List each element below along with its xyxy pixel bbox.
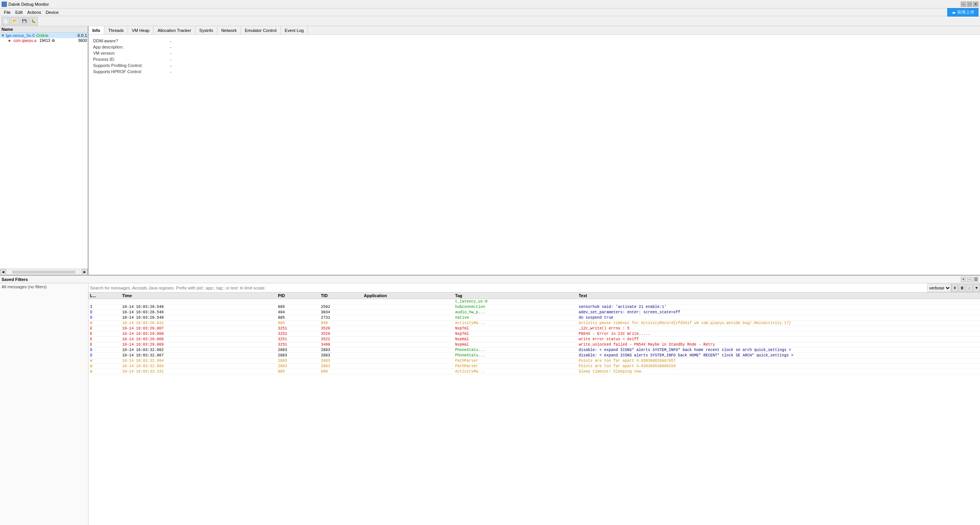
tab-emulator-control[interactable]: Emulator Control: [241, 26, 281, 34]
cell-text: _i2c_write() errno : 5: [577, 326, 980, 331]
toolbar-open-btn[interactable]: 📂: [11, 17, 19, 25]
cell-text: Points are too far apart 4.0303608289670…: [577, 358, 980, 364]
cell-level: D: [88, 353, 120, 358]
remove-filter-btn[interactable]: -: [967, 277, 972, 282]
cell-tid: 3520: [319, 326, 362, 331]
toolbar-debug-btn[interactable]: 🐛: [29, 17, 38, 25]
col-app: Application: [362, 293, 454, 299]
table-row: E10-14 16:03:29.00732513520NxpTml_i2c_wr…: [88, 326, 980, 331]
toolbar: 📄 📂 💾 🐛: [0, 16, 980, 26]
cell-level: W: [88, 358, 120, 364]
log-filter-btn[interactable]: ▼: [973, 284, 980, 292]
log-scroll-btn[interactable]: ↓: [966, 284, 973, 292]
right-panel: Info Threads VM Heap Allocation Tracker …: [88, 26, 980, 275]
cell-time: 10-14 16:03:32.994: [120, 358, 276, 364]
search-input[interactable]: [88, 284, 927, 292]
tab-threads[interactable]: Threads: [104, 26, 128, 34]
cell-app: [362, 304, 454, 310]
cell-level: D: [88, 315, 120, 321]
log-pause-btn[interactable]: ⏸: [951, 284, 958, 292]
cell-tag: NxpHal: [454, 337, 577, 342]
tab-network[interactable]: Network: [217, 26, 241, 34]
cell-text: write_unlocked failed - PN54X Maybe in S…: [577, 342, 980, 348]
menu-actions[interactable]: Actions: [25, 9, 43, 15]
info-row-ddm: DDM-aware? -: [93, 38, 975, 44]
cell-text: Activity pause timeout for ActivityRecor…: [577, 321, 980, 326]
device-status: Online: [36, 33, 48, 38]
cell-tag: PathParser: [454, 364, 577, 369]
close-button[interactable]: ✕: [973, 2, 978, 7]
cell-level: E: [88, 326, 120, 331]
table-row: E10-14 16:03:29.00932513498NxpHalwrite_u…: [88, 342, 980, 348]
cell-tid: 3498: [319, 342, 362, 348]
app-icon-star: ★: [8, 38, 11, 43]
cell-pid: 885: [276, 304, 319, 310]
info-row-vm-version: VM version: -: [93, 50, 975, 56]
cell-level: W: [88, 369, 120, 375]
upload-button[interactable]: ☁ 拓维上传: [947, 8, 978, 17]
main-layout: Name ▼ lge-nexus_5x-0 Online 6.0.1 ★ com…: [0, 26, 980, 525]
col-tid: TID: [319, 293, 362, 299]
tab-allocation-tracker[interactable]: Allocation Tracker: [154, 26, 195, 34]
info-panel: DDM-aware? - App description: - VM versi…: [88, 35, 980, 275]
h-scroll-area: ◀ ▶: [0, 269, 88, 275]
log-table: L... Time PID TID Application Tag Text: [88, 293, 980, 375]
filter-menu-btn[interactable]: ☰: [973, 277, 978, 282]
filter-entry-all[interactable]: All messages (no filters): [2, 284, 87, 289]
menu-file[interactable]: File: [2, 9, 13, 15]
table-row: D10-14 16:03:28.5488852731nativedo suspe…: [88, 315, 980, 321]
tab-info[interactable]: Info: [88, 26, 104, 34]
cell-time: 10-14 16:03:32.082: [120, 348, 276, 353]
log-clear-btn[interactable]: 🗑: [958, 284, 965, 292]
cell-time: [120, 299, 276, 304]
menu-device[interactable]: Device: [43, 9, 61, 15]
cell-time: 10-14 16:03:29.008: [120, 337, 276, 342]
col-level: L...: [88, 293, 120, 299]
cell-tag: NxpTml: [454, 331, 577, 337]
cell-pid: 2883: [276, 353, 319, 358]
tab-event-log[interactable]: Event Log: [281, 26, 308, 34]
h-scrollbar[interactable]: [12, 271, 75, 274]
menu-bar: File Edit Actions Device ☁ 拓维上传: [0, 8, 980, 16]
device-item[interactable]: ▼ lge-nexus_5x-0 Online 6.0.1: [0, 33, 88, 38]
cell-pid: 3251: [276, 342, 319, 348]
toolbar-new-btn[interactable]: 📄: [2, 17, 10, 25]
log-table-container[interactable]: L... Time PID TID Application Tag Text: [88, 293, 980, 525]
cell-tag: PhoneStatu...: [454, 353, 577, 358]
tab-vm-heap[interactable]: VM Heap: [128, 26, 154, 34]
cell-time: 10-14 16:03:32.994: [120, 364, 276, 369]
minimize-button[interactable]: ─: [961, 2, 966, 7]
col-pid: PID: [276, 293, 319, 299]
toolbar-save-btn[interactable]: 💾: [20, 17, 28, 25]
upload-icon: ☁: [952, 10, 956, 15]
left-panel: Name ▼ lge-nexus_5x-0 Online 6.0.1 ★ com…: [0, 26, 88, 275]
cell-app: [362, 348, 454, 353]
scroll-right-btn[interactable]: ▶: [82, 269, 88, 275]
cell-tid: 2592: [319, 304, 362, 310]
table-row: D10-14 16:03:28.5464943034audio_hw_p...a…: [88, 310, 980, 315]
cell-tag: ActivityMa...: [454, 321, 577, 326]
cell-time: 10-14 16:03:28.832: [120, 321, 276, 326]
cell-app: [362, 358, 454, 364]
tab-sysinfo[interactable]: Sysinfo: [195, 26, 217, 34]
cell-text: sensorhub said: 'activate 21 enable:1': [577, 304, 980, 310]
log-level-select[interactable]: verbose debug info warn error: [927, 284, 951, 292]
cell-tag: PathParser: [454, 358, 577, 364]
cell-tag: native: [454, 315, 577, 321]
cell-time: 10-14 16:03:29.008: [120, 331, 276, 337]
cell-pid: 3251: [276, 337, 319, 342]
title-bar-text: Dalvik Debug Monitor: [8, 2, 49, 7]
app-port: 8600: [78, 38, 87, 43]
app-item[interactable]: ★ com.qianyu.a 19413 ⚙ 8600: [0, 38, 88, 43]
cell-level: D: [88, 310, 120, 315]
cell-level: E: [88, 331, 120, 337]
add-filter-btn[interactable]: +: [961, 277, 966, 282]
title-bar: Dalvik Debug Monitor ─ □ ✕: [0, 0, 980, 8]
scroll-left-btn[interactable]: ◀: [0, 269, 6, 275]
table-row: W10-14 16:03:28.832885898ActivityMa...Ac…: [88, 321, 980, 326]
cell-level: W: [88, 364, 120, 369]
menu-edit[interactable]: Edit: [13, 9, 25, 15]
app-name: com.qianyu.a: [13, 38, 36, 43]
restore-button[interactable]: □: [967, 2, 972, 7]
filter-list-panel: All messages (no filters): [0, 283, 88, 525]
